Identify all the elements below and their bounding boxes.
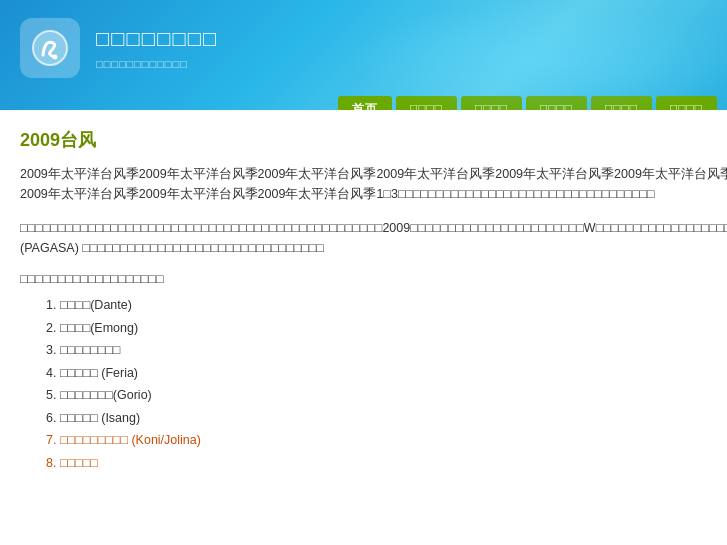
storm-item-8: □□□□□ xyxy=(60,452,727,475)
svg-point-0 xyxy=(33,31,67,65)
storm-item-3: □□□□□□□□ xyxy=(60,339,727,362)
storm-item-1: □□□□(Dante) xyxy=(60,294,727,317)
storm-item-5: □□□□□□□(Gorio) xyxy=(60,384,727,407)
content-paragraph-2: □□□□□□□□□□□□□□□□□□□□□□□□□□□□□□□□□□□□□□□□… xyxy=(20,218,727,258)
storm-list-label: □□□□□□□□□□□□□□□□□□□ xyxy=(20,272,727,286)
main-nav: 首页 □□□□ □□□□ □□□□ □□□□ □□□□ xyxy=(0,96,727,110)
nav-item-3[interactable]: □□□□ xyxy=(526,96,587,110)
content-paragraph-1: 2009年太平洋台风季2009年太平洋台风季2009年太平洋台风季2009年太平… xyxy=(20,164,727,204)
storm-item-7: □□□□□□□□□ (Koni/Jolina) xyxy=(60,429,727,452)
site-title: □□□□□□□□ xyxy=(96,26,218,52)
content-area: 2009台风 2009年太平洋台风季2009年太平洋台风季2009年太平洋台风季… xyxy=(0,110,727,545)
site-title-block: □□□□□□□□ □□□□□□□□□□□□ xyxy=(96,26,218,71)
nav-item-4[interactable]: □□□□ xyxy=(591,96,652,110)
nav-item-0[interactable]: 首页 xyxy=(338,96,392,110)
storm-item-2: □□□□(Emong) xyxy=(60,317,727,340)
storm-list: □□□□(Dante) □□□□(Emong) □□□□□□□□ □□□□□ (… xyxy=(20,294,727,474)
nav-item-1[interactable]: □□□□ xyxy=(396,96,457,110)
site-subtitle: □□□□□□□□□□□□ xyxy=(96,58,188,70)
nav-item-2[interactable]: □□□□ xyxy=(461,96,522,110)
storm-item-4: □□□□□ (Feria) xyxy=(60,362,727,385)
svg-point-1 xyxy=(53,55,58,60)
main-wrapper: 2009台风 2009年太平洋台风季2009年太平洋台风季2009年太平洋台风季… xyxy=(0,110,727,545)
nav-item-5[interactable]: □□□□ xyxy=(656,96,717,110)
site-logo xyxy=(20,18,80,78)
site-header: □□□□□□□□ □□□□□□□□□□□□ 首页 □□□□ □□□□ □□□□ … xyxy=(0,0,727,110)
storm-item-6: □□□□□ (Isang) xyxy=(60,407,727,430)
page-title: 2009台风 xyxy=(20,128,727,152)
